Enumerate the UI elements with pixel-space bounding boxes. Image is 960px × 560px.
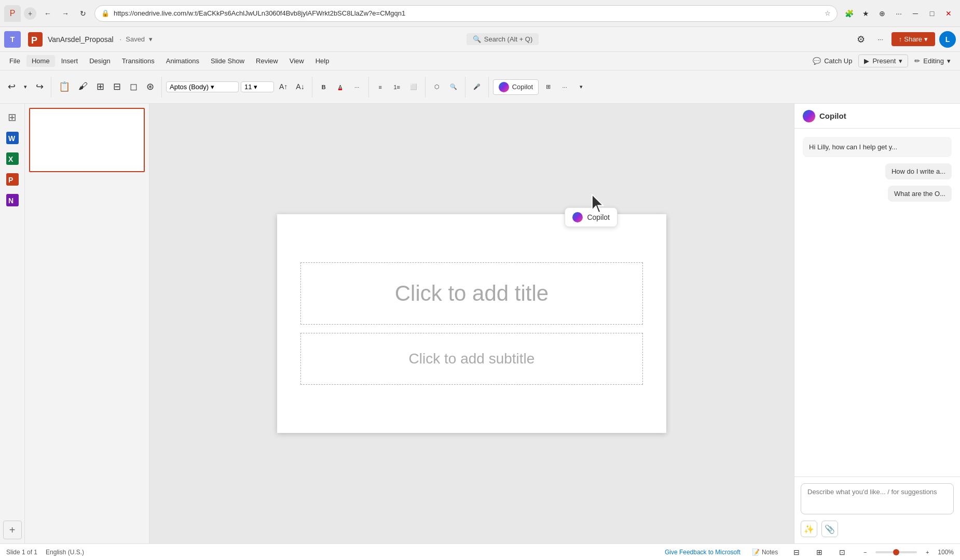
decrease-font-button[interactable]: A↓ <box>293 74 307 101</box>
minimize-button[interactable]: ─ <box>908 6 923 21</box>
bold-button[interactable]: B <box>317 74 331 101</box>
ribbon-collapse-button[interactable]: ▾ <box>574 74 588 101</box>
copilot-tooltip-icon <box>572 212 583 222</box>
menu-view[interactable]: View <box>284 55 309 67</box>
arrange-button[interactable]: ⊛ <box>143 74 157 101</box>
font-selector[interactable]: Aptos (Body) ▾ <box>166 81 239 92</box>
undo-icon: ↩ <box>8 81 16 92</box>
copilot-input[interactable] <box>801 483 954 514</box>
slide-canvas[interactable]: Click to add title Click to add subtitle <box>277 214 666 433</box>
user-avatar[interactable]: L <box>939 31 956 48</box>
collections-button[interactable]: ⊕ <box>875 6 889 21</box>
align-button[interactable]: ⬜ <box>406 74 421 101</box>
copilot-suggestion-1[interactable]: How do I write a... <box>885 163 952 179</box>
font-size-selector[interactable]: 11 ▾ <box>241 81 274 92</box>
title-actions: ⚙ ··· ↑ Share ▾ L <box>853 31 956 48</box>
shapes-icon: ◻ <box>130 81 138 92</box>
catch-up-button[interactable]: 💬 Catch Up <box>807 55 857 67</box>
copilot-attach-button[interactable]: 📎 <box>821 521 838 537</box>
title-placeholder[interactable]: Click to add title <box>300 262 643 325</box>
clipboard-button[interactable]: 📋 <box>56 74 73 101</box>
back-button[interactable]: ← <box>40 6 55 21</box>
increase-font-button[interactable]: A↑ <box>276 74 291 101</box>
sidebar-icon-powerpoint[interactable]: P <box>3 170 22 189</box>
bookmark-icon[interactable]: ☆ <box>825 9 831 17</box>
saved-dropdown[interactable]: ▾ <box>149 35 153 43</box>
search-icon: 🔍 <box>473 35 481 43</box>
nav-controls: ← → ↻ <box>40 6 90 21</box>
browser-actions: 🧩 ★ ⊕ ··· ─ □ ✕ <box>842 6 956 21</box>
sidebar-icon-onenote[interactable]: N <box>3 191 22 209</box>
more-options-button[interactable]: ··· <box>873 33 887 45</box>
redo-button[interactable]: ↪ <box>32 74 47 101</box>
notes-label: Notes <box>762 549 778 556</box>
search-bar[interactable]: 🔍 Search (Alt + Q) <box>467 33 539 45</box>
slide-thumbnail-1[interactable]: 1 <box>29 108 145 172</box>
font-color-button[interactable]: A <box>333 74 348 101</box>
menu-help[interactable]: Help <box>310 55 335 67</box>
menu-slideshow[interactable]: Slide Show <box>205 55 250 67</box>
undo-button[interactable]: ↩ <box>4 74 19 101</box>
font-color-icon: A <box>338 84 342 90</box>
zoom-out-button[interactable]: − <box>858 539 872 561</box>
font-more-button[interactable]: ··· <box>350 74 364 101</box>
present-dropdown-icon: ▾ <box>899 57 902 65</box>
canvas-area[interactable]: Click to add title Click to add subtitle… <box>149 104 794 543</box>
numbering-button[interactable]: 1≡ <box>390 74 404 101</box>
browser-tab[interactable]: P <box>4 5 21 22</box>
dictate-button[interactable]: 🎤 <box>470 74 484 101</box>
shape-fill-button[interactable]: ⬡ <box>430 74 444 101</box>
refresh-button[interactable]: ↻ <box>76 6 90 21</box>
section-button[interactable]: ⊟ <box>109 74 124 101</box>
menu-review[interactable]: Review <box>251 55 283 67</box>
find-button[interactable]: 🔍 <box>446 74 461 101</box>
more-button[interactable]: ··· <box>892 6 906 21</box>
subtitle-placeholder[interactable]: Click to add subtitle <box>300 333 643 385</box>
ribbon-more-button[interactable]: ··· <box>557 74 572 101</box>
clipboard-icon: 📋 <box>59 81 70 92</box>
address-bar[interactable]: 🔒 https://onedrive.live.com/w:t/EaCKkPs6… <box>94 5 838 22</box>
favorites-button[interactable]: ★ <box>858 6 873 21</box>
present-label: Present <box>872 57 896 65</box>
forward-button[interactable]: → <box>58 6 73 21</box>
feedback-label[interactable]: Give Feedback to Microsoft <box>665 549 740 556</box>
zoom-in-button[interactable]: + <box>920 539 935 561</box>
slide-sorter-button[interactable]: ⊞ <box>812 539 827 561</box>
menu-animations[interactable]: Animations <box>161 55 204 67</box>
settings-button[interactable]: ⚙ <box>853 32 869 47</box>
sidebar-icon-excel[interactable]: X <box>3 149 22 168</box>
menu-design[interactable]: Design <box>84 55 115 67</box>
maximize-button[interactable]: □ <box>925 6 939 21</box>
undo-dropdown[interactable]: ▾ <box>21 74 30 101</box>
office-app: T P VanArsdel_Proposal · Saved ▾ 🔍 Searc… <box>0 27 960 560</box>
extensions-button[interactable]: 🧩 <box>842 6 856 21</box>
copilot-ribbon-button[interactable]: Copilot <box>493 79 539 95</box>
copilot-input-area: ✨ 📎 <box>794 477 960 543</box>
menu-home[interactable]: Home <box>26 55 55 67</box>
close-button[interactable]: ✕ <box>941 6 956 21</box>
ribbon-sep-3 <box>312 77 312 97</box>
teams-icon[interactable]: T <box>4 31 21 48</box>
copilot-sparkle-button[interactable]: ✨ <box>801 521 817 537</box>
format-painter-button[interactable]: 🖌 <box>75 74 91 101</box>
notes-button[interactable]: 📝 Notes <box>749 548 781 557</box>
shapes-button[interactable]: ◻ <box>126 74 141 101</box>
menu-transitions[interactable]: Transitions <box>117 55 160 67</box>
menu-file[interactable]: File <box>4 55 25 67</box>
present-button[interactable]: ▶ Present ▾ <box>858 54 908 67</box>
bullets-button[interactable]: ≡ <box>373 74 388 101</box>
designer-button[interactable]: ⊞ <box>541 74 555 101</box>
copilot-suggestion-2[interactable]: What are the O... <box>888 186 952 202</box>
new-tab-button[interactable]: + <box>24 7 36 20</box>
reading-view-button[interactable]: ⊡ <box>835 539 849 561</box>
editing-button[interactable]: ✏ Editing ▾ <box>909 55 956 67</box>
sidebar-icon-add[interactable]: + <box>3 521 22 539</box>
copilot-tooltip[interactable]: Copilot <box>565 207 618 227</box>
menu-insert[interactable]: Insert <box>56 55 84 67</box>
layout-button[interactable]: ⊞ <box>93 74 107 101</box>
sidebar-icon-grid[interactable]: ⊞ <box>3 108 22 127</box>
sidebar-icon-word[interactable]: W <box>3 129 22 147</box>
main-area: ⊞ W X P <box>0 104 960 543</box>
share-button[interactable]: ↑ Share ▾ <box>892 32 935 46</box>
zoom-slider[interactable] <box>875 551 917 553</box>
